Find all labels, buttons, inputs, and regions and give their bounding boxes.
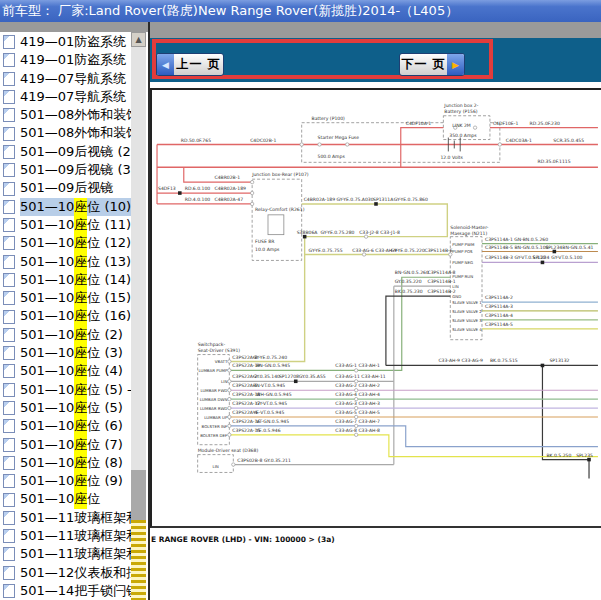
sidebar-item[interactable]: 501—10座位 (9) — [0, 472, 131, 490]
diagram-label: C4DF10A-1 — [406, 121, 432, 126]
document-icon — [3, 474, 15, 488]
sidebar-item[interactable]: 419—07导航系统 — [0, 88, 131, 106]
sidebar-item[interactable]: 501—10座位 (5) — [0, 399, 131, 417]
diagram-label: GY-YE.0.75.220 — [391, 248, 425, 253]
diagram-label: Junction box 2- — [443, 103, 478, 108]
sidebar-item[interactable]: 501—10座位 (15) — [0, 289, 131, 307]
sidebar-item[interactable]: 501—10座位 (7) — [0, 436, 131, 454]
sidebar-item[interactable]: 501—09后视镜 (3) — [0, 161, 131, 179]
connector-circle — [354, 433, 357, 436]
document-icon — [3, 547, 15, 561]
wiring-diagram-svg: RD.50.0F.765C4DC02B-1C4DC03A-1SCR.35.0.4… — [152, 90, 599, 522]
sidebar-item[interactable]: 501—10座位 (8) — [0, 454, 131, 472]
document-icon — [3, 273, 15, 287]
connector-circle — [228, 389, 231, 392]
sidebar-item-selected[interactable]: 501—10座位 (10) — [0, 198, 131, 216]
sidebar-item[interactable]: 501—11玻璃框架和机 — [0, 509, 131, 527]
sidebar-item[interactable]: 501—10座位 (14) — [0, 271, 131, 289]
connector-circle — [228, 360, 231, 363]
document-icon — [3, 72, 15, 86]
sidebar-item[interactable]: 501—10座位 (11) — [0, 216, 131, 234]
sidebar-item[interactable]: 419—01防盗系统 (3) — [0, 33, 131, 51]
sidebar-item[interactable]: 501—10座位 (16) — [0, 307, 131, 325]
sidebar-item-label: 501—10座位 (14) — [20, 271, 131, 289]
sidebar-item-label: 501—10座位 (15) — [20, 289, 131, 307]
sidebar-item-label: 501—10座位 (2) — [20, 326, 123, 344]
sidebar-item-label: 501—09后视镜 (3) — [20, 161, 131, 179]
document-icon — [3, 35, 15, 49]
diagram-label: Junction box-Rear (P107) — [251, 172, 309, 177]
sidebar-item-label: 501—08外饰和装饰 ( — [20, 106, 131, 124]
connector-circle — [228, 380, 231, 383]
sidebar-item[interactable]: 501—10座位 (2) — [0, 326, 131, 344]
sidebar-item[interactable]: 501—10座位 (3) — [0, 344, 131, 362]
sidebar-item[interactable]: 419—07导航系统 (2) — [0, 70, 131, 88]
diagram-label: Starter Mega Fuse — [318, 135, 360, 140]
document-icon — [3, 53, 15, 67]
diagram-label: SLAVE VALVE 1 — [452, 300, 482, 305]
sidebar-item[interactable]: 501—10座位 — [0, 490, 131, 508]
document-icon — [3, 529, 15, 543]
diagram-label: GY.0.35.220 — [395, 279, 422, 284]
sidebar-item[interactable]: 501—08外饰和装饰 — [0, 124, 131, 142]
prev-page-button[interactable]: ◀ 上一 页 — [156, 53, 224, 76]
diagram-label: C3PS114A-1 GN-BN.0.5.260 — [485, 237, 548, 242]
diagram-label: C33-AG-4 C33-AH-4 — [335, 392, 380, 397]
wiring-diagram: RD.50.0F.765C4DC02B-1C4DC03A-1SCR.35.0.4… — [150, 88, 601, 528]
sidebar-item[interactable]: 501—09后视镜 — [0, 179, 131, 197]
document-icon — [3, 364, 15, 378]
next-page-arrow-icon: ▶ — [447, 54, 464, 75]
scrollbar-thumb[interactable] — [131, 470, 146, 520]
prev-page-arrow-icon: ◀ — [157, 54, 174, 75]
next-page-button[interactable]: 下一 页 ▶ — [399, 53, 465, 76]
sidebar-item-label: 501—10座位 (12) — [20, 234, 131, 252]
document-icon — [3, 493, 15, 507]
document-icon — [3, 438, 15, 452]
sidebar-item[interactable]: 501—14把手锁闩锁和 — [0, 582, 131, 600]
diagram-label: PUMP PWM — [452, 242, 475, 247]
document-icon — [3, 255, 15, 269]
document-icon — [3, 145, 15, 159]
diagram-label: BK.0.5.250 — [546, 453, 571, 458]
sidebar-item[interactable]: 501—10座位 (5) — i — [0, 381, 131, 399]
sidebar-item[interactable]: 501—10座位 (6) — [0, 417, 131, 435]
splice-dot — [303, 235, 307, 239]
sidebar-item[interactable]: 501—10座位 (4) — [0, 362, 131, 380]
diagram-label: BN-GN.0.5.41 — [562, 245, 593, 250]
search-highlight: 座 — [74, 234, 87, 252]
sidebar-item[interactable]: 501—09后视镜 (2) — [0, 143, 131, 161]
diagram-label: WH-GN.0.5.945 — [256, 392, 292, 397]
search-highlight: 座 — [74, 490, 87, 508]
diagram-label: C33-J2-8 C33-J1-8 — [359, 230, 400, 235]
diagram-label: VBATT — [215, 359, 228, 364]
diagram-label: C33-AG-11 C33-AH-11 — [335, 374, 385, 379]
sidebar-item[interactable]: 501—11玻璃框架和机 — [0, 527, 131, 545]
sidebar-item[interactable]: 501—11玻璃框架和机 — [0, 545, 131, 563]
sidebar-item[interactable]: 419—01防盗系统 — [0, 51, 131, 69]
diagram-label: C33-AG-1 C33-AH-1 — [335, 363, 380, 368]
diagram-label: SLAVE VALVE 2 — [452, 309, 482, 314]
search-highlight: 座 — [74, 326, 87, 344]
search-highlight: 座 — [74, 417, 87, 435]
sidebar-item-label: 501—10座位 (6) — [20, 417, 123, 435]
document-icon — [3, 127, 15, 141]
diagram-label: SLAVE VALVE 4 — [452, 327, 482, 332]
diagram-label: GY.0.35.140 — [253, 374, 280, 379]
document-icon — [3, 456, 15, 470]
diagram-label: SCR.35.0.455 — [553, 138, 584, 143]
diagram-label: SP1311A — [373, 197, 394, 202]
diagram-label: LIN — [213, 464, 219, 469]
sidebar-scrollbar[interactable]: ▲ — [131, 32, 146, 600]
diagram-label: C3PS114A-4 — [485, 313, 513, 318]
sidebar-item[interactable]: 501—10座位 (12) — [0, 234, 131, 252]
sidebar-item-label: 501—10座位 (5) — i — [20, 381, 131, 399]
sidebar-item[interactable]: 501—12仪表板和控制 — [0, 564, 131, 582]
connector-circle — [346, 143, 349, 146]
document-icon — [3, 310, 15, 324]
diagram-label: C33-AH-9 C33-AG-9 — [438, 358, 483, 363]
sidebar-item[interactable]: 501—10座位 (13) — [0, 253, 131, 271]
connector-circle — [362, 253, 365, 256]
scrollbar-up-button[interactable]: ▲ — [131, 32, 146, 47]
diagram-label: BOLSTER INF — [202, 424, 229, 429]
sidebar-item[interactable]: 501—08外饰和装饰 ( — [0, 106, 131, 124]
